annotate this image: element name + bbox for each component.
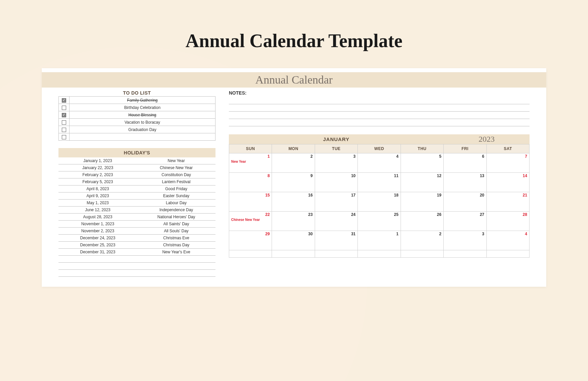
calendar-cell[interactable]: 16 bbox=[272, 192, 315, 212]
holiday-date: January 1, 2023 bbox=[58, 157, 137, 164]
calendar-cell[interactable]: 1New Year bbox=[229, 153, 272, 173]
calendar-cell[interactable]: 30 bbox=[272, 231, 315, 250]
holiday-row: May 1, 2023Labour Day bbox=[58, 200, 215, 207]
calendar-cell[interactable]: 13 bbox=[444, 173, 486, 192]
checkbox-icon[interactable] bbox=[62, 120, 66, 125]
calendar-cell[interactable]: 6 bbox=[444, 153, 486, 173]
day-number: 15 bbox=[265, 193, 270, 198]
checkbox-icon[interactable] bbox=[62, 98, 66, 103]
holidays-table: January 1, 2023New YearJanuary 22, 2023C… bbox=[58, 157, 215, 277]
day-number: 31 bbox=[351, 232, 355, 236]
calendar-cell[interactable] bbox=[401, 250, 444, 258]
calendar-cell[interactable]: 12 bbox=[401, 173, 444, 192]
holiday-date: December 31, 2023 bbox=[58, 249, 137, 256]
holiday-date: December 25, 2023 bbox=[58, 242, 137, 249]
holiday-name: Chinese New Year bbox=[137, 164, 215, 171]
holiday-row: November 1, 2023All Saints' Day bbox=[58, 221, 215, 228]
calendar-cell[interactable]: 10 bbox=[315, 173, 358, 192]
calendar-cell[interactable]: 19 bbox=[401, 192, 444, 212]
calendar-cell[interactable]: 31 bbox=[315, 231, 358, 250]
holiday-row-empty bbox=[58, 263, 215, 270]
holiday-name: Lantern Festival bbox=[137, 178, 215, 185]
day-number: 19 bbox=[437, 193, 441, 198]
day-number: 29 bbox=[265, 232, 270, 236]
day-number: 8 bbox=[268, 173, 270, 178]
calendar-cell[interactable] bbox=[444, 250, 486, 258]
calendar-cell[interactable]: 23 bbox=[272, 212, 315, 231]
holidays-header: HOLIDAY'S bbox=[58, 148, 215, 157]
calendar-cell[interactable] bbox=[487, 250, 530, 258]
calendar-cell[interactable]: 18 bbox=[358, 192, 401, 212]
calendar-cell[interactable]: 20 bbox=[444, 192, 486, 212]
todo-checkbox-cell[interactable] bbox=[59, 104, 69, 111]
calendar-cell[interactable]: 3 bbox=[315, 153, 358, 173]
todo-label[interactable]: House Blessing bbox=[69, 111, 215, 119]
calendar-cell[interactable]: 4 bbox=[358, 153, 401, 173]
todo-checkbox-cell[interactable] bbox=[59, 97, 69, 104]
calendar-event: Chinese New Year bbox=[231, 218, 270, 222]
holiday-date: December 24, 2023 bbox=[58, 235, 137, 242]
notes-area[interactable] bbox=[229, 97, 530, 126]
calendar-week: 2930311234 bbox=[229, 231, 530, 250]
calendar-cell[interactable]: 14 bbox=[487, 173, 530, 192]
checkbox-icon[interactable] bbox=[62, 106, 66, 110]
day-number: 4 bbox=[396, 154, 399, 159]
todo-checkbox-cell[interactable] bbox=[59, 126, 69, 133]
checkbox-icon[interactable] bbox=[62, 128, 66, 132]
note-line[interactable] bbox=[229, 119, 530, 126]
calendar-cell[interactable]: 5 bbox=[401, 153, 444, 173]
calendar-cell[interactable]: 29 bbox=[229, 231, 272, 250]
calendar-cell[interactable]: 3 bbox=[444, 231, 486, 250]
holiday-name: Christmas Eve bbox=[137, 235, 215, 242]
calendar-cell[interactable]: 26 bbox=[401, 212, 444, 231]
calendar-cell[interactable]: 9 bbox=[272, 173, 315, 192]
checkbox-icon[interactable] bbox=[62, 135, 66, 139]
todo-row bbox=[59, 133, 215, 141]
todo-label[interactable]: Graduation Day bbox=[69, 126, 215, 133]
calendar-cell[interactable]: 27 bbox=[444, 212, 486, 231]
todo-row: Family Gathering bbox=[59, 97, 215, 104]
dow-cell: WED bbox=[358, 144, 401, 153]
todo-label[interactable]: Birthday Celebration bbox=[69, 104, 215, 111]
note-line[interactable] bbox=[229, 112, 530, 119]
calendar-cell[interactable]: 21 bbox=[487, 192, 530, 212]
calendar-cell[interactable]: 7 bbox=[487, 153, 530, 173]
todo-label[interactable] bbox=[69, 133, 215, 141]
todo-checkbox-cell[interactable] bbox=[59, 111, 69, 119]
checkbox-icon[interactable] bbox=[62, 113, 66, 117]
holiday-name: Labour Day bbox=[137, 200, 215, 207]
calendar-cell[interactable]: 2 bbox=[401, 231, 444, 250]
calendar-cell[interactable]: 22Chinese New Year bbox=[229, 212, 272, 231]
calendar-cell[interactable]: 24 bbox=[315, 212, 358, 231]
calendar-cell[interactable]: 11 bbox=[358, 173, 401, 192]
calendar-grid: 1New Year2345678910111213141516171819202… bbox=[229, 153, 530, 258]
note-line[interactable] bbox=[229, 97, 530, 104]
calendar-event: New Year bbox=[231, 160, 270, 163]
holiday-name: Easter Sunday bbox=[137, 193, 215, 200]
calendar-cell[interactable]: 1 bbox=[358, 231, 401, 250]
day-number: 25 bbox=[394, 212, 398, 217]
day-number: 14 bbox=[523, 173, 527, 178]
holiday-date: February 5, 2023 bbox=[58, 178, 137, 185]
todo-checkbox-cell[interactable] bbox=[59, 133, 69, 141]
calendar-cell[interactable]: 17 bbox=[315, 192, 358, 212]
calendar-cell[interactable] bbox=[358, 250, 401, 258]
right-column: NOTES: JANUARY 2023 SUNMONTUEWEDTHUFRISA… bbox=[229, 90, 530, 277]
calendar-cell[interactable]: 25 bbox=[358, 212, 401, 231]
note-line[interactable] bbox=[229, 104, 530, 112]
calendar-cell[interactable] bbox=[272, 250, 315, 258]
day-number: 1 bbox=[396, 232, 399, 236]
calendar-cell[interactable]: 4 bbox=[487, 231, 530, 250]
day-number: 6 bbox=[482, 154, 484, 159]
calendar-cell[interactable]: 28 bbox=[487, 212, 530, 231]
todo-label[interactable]: Vacation to Boracay bbox=[69, 119, 215, 126]
todo-checkbox-cell[interactable] bbox=[59, 119, 69, 126]
todo-label[interactable]: Family Gathering bbox=[69, 97, 215, 104]
calendar-cell[interactable]: 2 bbox=[272, 153, 315, 173]
day-number: 7 bbox=[525, 154, 527, 159]
calendar-cell[interactable]: 8 bbox=[229, 173, 272, 192]
calendar-cell[interactable] bbox=[315, 250, 358, 258]
calendar-cell[interactable]: 15 bbox=[229, 192, 272, 212]
holiday-row: November 2, 2023All Souls' Day bbox=[58, 228, 215, 235]
calendar-cell[interactable] bbox=[229, 250, 272, 258]
